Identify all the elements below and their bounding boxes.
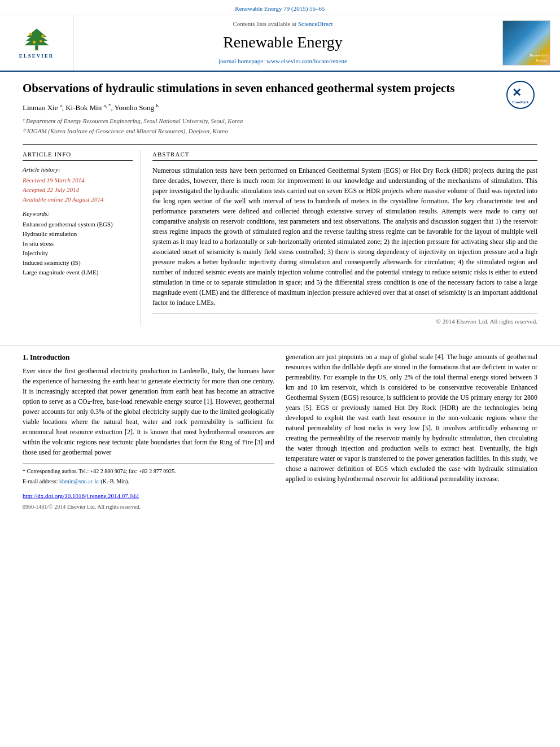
journal-header: ELSEVIER Contents lists available at Sci… (0, 15, 560, 72)
body-col1-p1: Ever since the first geothermal electric… (23, 366, 274, 457)
elsevier-logo: ELSEVIER (11, 26, 62, 60)
affiliations: ² Department of Energy Resources Enginee… (23, 117, 537, 136)
svg-point-5 (41, 34, 44, 37)
article-info-abstract: ARTICLE INFO Article history: Received 1… (23, 144, 537, 326)
keywords-section: Keywords: Enhanced geothermal system (EG… (23, 209, 133, 277)
author-yoonho: Yoonho Song b (114, 103, 158, 112)
svg-point-7 (39, 40, 41, 42)
homepage-link[interactable]: journal homepage: www.elsevier.com/locat… (218, 58, 347, 64)
abstract-text: Numerous stimulation tests have been per… (152, 165, 537, 308)
body-col-left: 1. Introduction Ever since the first geo… (23, 352, 274, 488)
crossmark-badge: ✕ CrossMark (506, 81, 537, 112)
abstract-col: ABSTRACT Numerous stimulation tests have… (152, 150, 537, 326)
svg-point-6 (32, 41, 35, 43)
authors-line: Linmao Xie a, Ki-Bok Min a, *, Yoonho So… (23, 102, 537, 113)
doi-link[interactable]: http://dx.doi.org/10.1016/j.renene.2014.… (23, 492, 139, 499)
author-kibok: Ki-Bok Min a, *, (65, 103, 114, 112)
available-date: Available online 20 August 2014 (23, 195, 133, 204)
svg-rect-0 (35, 45, 38, 50)
journal-name: Renewable Energy (223, 31, 343, 54)
email-link[interactable]: kbmin@snu.ac.kr (59, 478, 99, 484)
accepted-date: Accepted 22 July 2014 (23, 186, 133, 195)
abstract-paragraph: Numerous stimulation tests have been per… (152, 165, 537, 308)
article-info-label: ARTICLE INFO (23, 150, 133, 161)
footnote-corresponding: * Corresponding author. Tel.: +82 2 880 … (23, 467, 274, 475)
article-history: Article history: Received 19 March 2014 … (23, 165, 133, 204)
crossmark-icon: ✕ CrossMark (506, 81, 535, 109)
journal-citation: Renewable Energy 79 (2015) 56–65 (235, 5, 325, 12)
journal-cover-thumbnail: RenewableEnergy (502, 20, 550, 65)
keyword-1: Enhanced geothermal system (EGS) (23, 220, 133, 229)
copyright-line: © 2014 Elsevier Ltd. All rights reserved… (152, 313, 537, 326)
affiliation-b: ᵇ KIGAM (Korea Institute of Geoscience a… (23, 127, 537, 136)
journal-homepage: journal homepage: www.elsevier.com/locat… (218, 57, 347, 66)
body-col2-p1: generation are just pinpoints on a map o… (286, 352, 537, 484)
abstract-label: ABSTRACT (152, 150, 537, 161)
keyword-4: Injectivity (23, 249, 133, 258)
elsevier-text: ELSEVIER (19, 53, 54, 60)
science-direct-text: Contents lists available at ScienceDirec… (233, 20, 333, 29)
article-content: Observations of hydraulic stimulations i… (0, 72, 560, 339)
affiliation-a: ² Department of Energy Resources Enginee… (23, 117, 537, 126)
footnote-email: E-mail address: kbmin@snu.ac.kr (K.-B. M… (23, 477, 274, 486)
keyword-5: Induced seismicity (IS) (23, 259, 133, 268)
section-divider (0, 346, 560, 346)
footnote-area: * Corresponding author. Tel.: +82 2 880 … (23, 463, 274, 486)
article-title: Observations of hydraulic stimulations i… (23, 81, 455, 95)
article-title-area: Observations of hydraulic stimulations i… (23, 81, 537, 96)
history-title: Article history: (23, 165, 133, 174)
journal-cover-area: RenewableEnergy (492, 15, 560, 71)
issn-area: 0960-1481/© 2014 Elsevier Ltd. All right… (0, 502, 560, 516)
keywords-title: Keywords: (23, 209, 133, 219)
keywords-list: Enhanced geothermal system (EGS) Hydraul… (23, 220, 133, 277)
section1-title: 1. Introduction (23, 352, 274, 363)
journal-citation-bar: Renewable Energy 79 (2015) 56–65 (0, 0, 560, 15)
elsevier-logo-area: ELSEVIER (0, 15, 73, 71)
keyword-6: Large magnitude event (LME) (23, 268, 133, 277)
elsevier-tree-icon (20, 26, 54, 51)
body-col-right: generation are just pinpoints on a map o… (286, 352, 537, 488)
keyword-2: Hydraulic stimulation (23, 230, 133, 239)
doi-area: http://dx.doi.org/10.1016/j.renene.2014.… (0, 488, 560, 502)
author-linmao: Linmao Xie a, (23, 103, 65, 112)
journal-header-center: Contents lists available at ScienceDirec… (73, 15, 492, 71)
received-date: Received 19 March 2014 (23, 176, 133, 185)
body-content: 1. Introduction Ever since the first geo… (0, 352, 560, 488)
keyword-3: In situ stress (23, 239, 133, 248)
science-direct-link[interactable]: ScienceDirect (298, 20, 333, 27)
svg-point-4 (29, 33, 32, 36)
article-info-col: ARTICLE INFO Article history: Received 1… (23, 150, 141, 326)
journal-cover-label: RenewableEnergy (530, 53, 547, 63)
page: Renewable Energy 79 (2015) 56–65 (0, 0, 560, 747)
